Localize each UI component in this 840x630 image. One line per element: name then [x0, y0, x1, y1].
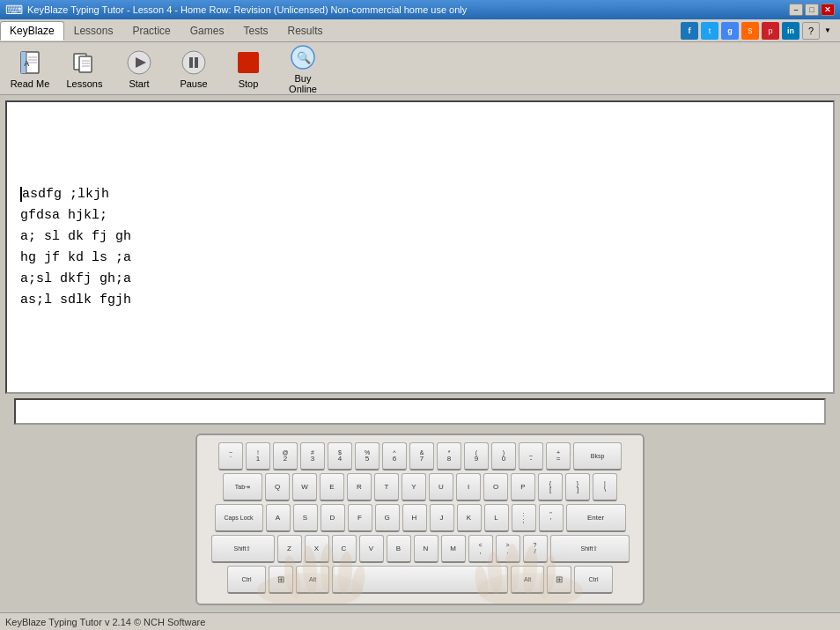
- close-button[interactable]: ✕: [821, 4, 835, 16]
- key-v[interactable]: V: [359, 535, 384, 563]
- twitter-icon[interactable]: t: [701, 22, 718, 40]
- key-7[interactable]: &7: [409, 442, 434, 471]
- key-6[interactable]: ^6: [382, 442, 407, 471]
- key-o[interactable]: O: [483, 473, 508, 501]
- key-ctrl-right[interactable]: Ctrl: [574, 566, 613, 594]
- read-me-button[interactable]: A Read Me: [4, 45, 56, 93]
- key-9[interactable]: (9: [464, 442, 489, 471]
- share-icon2[interactable]: p: [762, 22, 779, 40]
- toolbar: A Read Me Lessons Start: [0, 42, 840, 95]
- key-quote[interactable]: "': [539, 504, 564, 532]
- key-capslock[interactable]: Caps Lock: [215, 504, 263, 532]
- key-1[interactable]: !1: [246, 442, 270, 471]
- key-alt-left[interactable]: Alt: [296, 566, 329, 594]
- key-j[interactable]: J: [430, 504, 454, 532]
- key-comma[interactable]: <,: [468, 535, 493, 563]
- key-4[interactable]: $4: [328, 442, 352, 471]
- key-3[interactable]: #3: [300, 442, 325, 471]
- key-u[interactable]: U: [429, 473, 453, 501]
- text-line-6: as;l sdlk fgjh: [20, 290, 820, 311]
- tab-tests[interactable]: Tests: [233, 21, 277, 41]
- google-icon[interactable]: g: [721, 22, 739, 40]
- buy-online-label: Buy Online: [281, 73, 325, 94]
- key-space[interactable]: [332, 566, 508, 594]
- key-c[interactable]: C: [332, 535, 357, 563]
- key-f[interactable]: F: [348, 504, 372, 532]
- key-h[interactable]: H: [402, 504, 427, 532]
- key-row-qwerty: Tab⇥ Q W E R T Y U I O P {[ }] |\: [204, 473, 636, 501]
- key-m[interactable]: M: [441, 535, 466, 563]
- tab-games[interactable]: Games: [181, 21, 234, 41]
- key-2[interactable]: @2: [273, 442, 298, 471]
- key-z[interactable]: Z: [277, 535, 302, 563]
- key-w[interactable]: W: [292, 473, 317, 501]
- text-display: asdfg ;lkjh gfdsa hjkl; a; sl dk fj gh h…: [5, 100, 835, 394]
- key-alt-right[interactable]: Alt: [511, 566, 544, 594]
- maximize-button[interactable]: □: [805, 4, 819, 16]
- menu-dropdown-arrow[interactable]: ▼: [822, 26, 833, 34]
- key-bracket-left[interactable]: {[: [538, 473, 563, 501]
- stop-button[interactable]: Stop: [222, 45, 275, 93]
- key-x[interactable]: X: [305, 535, 329, 563]
- minimize-button[interactable]: –: [789, 4, 803, 16]
- key-period[interactable]: >.: [496, 535, 520, 563]
- key-win-left[interactable]: ⊞: [269, 566, 293, 594]
- key-semicolon[interactable]: :;: [512, 504, 536, 532]
- svg-text:A: A: [24, 59, 30, 68]
- key-d[interactable]: D: [321, 504, 345, 532]
- share-icon1[interactable]: s: [741, 22, 759, 40]
- key-k[interactable]: K: [457, 504, 482, 532]
- key-backspace[interactable]: Bksp: [573, 442, 622, 471]
- key-p[interactable]: P: [511, 473, 535, 501]
- key-g[interactable]: G: [375, 504, 400, 532]
- key-bracket-right[interactable]: }]: [565, 473, 590, 501]
- text-line-4: hg jf kd ls ;a: [20, 248, 820, 269]
- key-8[interactable]: *8: [437, 442, 461, 471]
- linkedin-icon[interactable]: in: [782, 22, 799, 40]
- key-5[interactable]: %5: [355, 442, 379, 471]
- key-e[interactable]: E: [320, 473, 344, 501]
- facebook-icon[interactable]: f: [681, 22, 698, 40]
- key-equals[interactable]: +=: [546, 442, 571, 471]
- key-l[interactable]: L: [484, 504, 509, 532]
- key-0[interactable]: )0: [491, 442, 516, 471]
- title-bar-left: ⌨ KeyBlaze Typing Tutor - Lesson 4 - Hom…: [5, 3, 467, 17]
- key-enter[interactable]: Enter: [566, 504, 626, 532]
- svg-rect-17: [238, 52, 259, 73]
- play-icon: [125, 48, 153, 77]
- text-content: asdfg ;lkjh gfdsa hjkl; a; sl dk fj gh h…: [20, 184, 820, 311]
- key-s[interactable]: S: [293, 504, 318, 532]
- key-tab[interactable]: Tab⇥: [223, 473, 262, 501]
- tab-results[interactable]: Results: [277, 21, 332, 41]
- start-button[interactable]: Start: [113, 45, 166, 93]
- pause-button[interactable]: Pause: [167, 45, 220, 93]
- typing-input[interactable]: [14, 398, 826, 425]
- key-minus[interactable]: _-: [519, 442, 543, 471]
- key-backtick[interactable]: ~`: [218, 442, 243, 471]
- tab-practice[interactable]: Practice: [122, 21, 180, 41]
- tab-keyblaze[interactable]: KeyBlaze: [0, 21, 64, 41]
- svg-rect-15: [189, 57, 193, 68]
- key-ctrl-left[interactable]: Ctrl: [227, 566, 266, 594]
- key-i[interactable]: I: [456, 473, 481, 501]
- key-q[interactable]: Q: [265, 473, 290, 501]
- key-backslash[interactable]: |\: [593, 473, 617, 501]
- typing-field[interactable]: [16, 400, 824, 423]
- key-win-right[interactable]: ⊞: [547, 566, 571, 594]
- lessons-button[interactable]: Lessons: [58, 45, 111, 93]
- key-shift-right[interactable]: Shift⇧: [550, 535, 630, 563]
- key-n[interactable]: N: [414, 535, 438, 563]
- cart-icon: 🔍: [289, 43, 317, 71]
- key-slash[interactable]: ?/: [523, 535, 548, 563]
- key-y[interactable]: Y: [402, 473, 426, 501]
- key-t[interactable]: T: [374, 473, 399, 501]
- buy-online-button[interactable]: 🔍 Buy Online: [276, 45, 329, 93]
- key-row-zxcv: Shift⇧ Z X C V B N M <, >. ?/ Shift⇧: [204, 535, 636, 563]
- key-r[interactable]: R: [347, 473, 372, 501]
- tab-lessons[interactable]: Lessons: [64, 21, 123, 41]
- stop-label: Stop: [239, 78, 259, 89]
- help-button[interactable]: ?: [802, 22, 820, 40]
- key-shift-left[interactable]: Shift⇧: [211, 535, 275, 563]
- key-a[interactable]: A: [266, 504, 291, 532]
- key-b[interactable]: B: [387, 535, 411, 563]
